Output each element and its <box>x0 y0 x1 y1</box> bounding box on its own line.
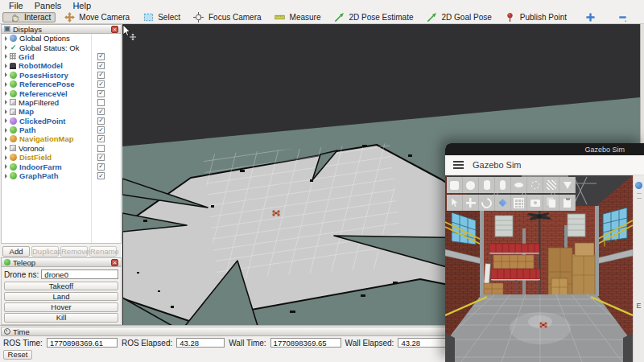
display-checkbox[interactable] <box>97 80 105 88</box>
box-shape-icon[interactable] <box>447 177 463 193</box>
display-checkbox[interactable] <box>97 108 105 115</box>
close-panel-icon[interactable] <box>111 259 118 266</box>
plugin-icon[interactable] <box>635 182 642 189</box>
capsule-shape-icon[interactable] <box>495 177 511 193</box>
point-light-icon[interactable] <box>527 177 543 193</box>
display-checkbox[interactable] <box>97 145 105 152</box>
wall-time-label: Wall Time: <box>229 339 266 348</box>
expand-caret-icon[interactable] <box>5 164 7 169</box>
display-checkbox[interactable] <box>97 53 105 60</box>
goal-pose-tool-button[interactable]: 2D Goal Pose <box>420 12 497 23</box>
expand-caret-icon[interactable] <box>5 45 7 50</box>
expand-caret-icon[interactable] <box>5 100 7 105</box>
display-row-navigationmap[interactable]: NavigationMap <box>2 134 121 143</box>
display-row-referencevel[interactable]: ReferenceVel <box>2 88 121 97</box>
display-row-graphpath[interactable]: GraphPath <box>2 171 121 180</box>
expand-caret-icon[interactable] <box>5 174 7 179</box>
display-row-clickedpoint[interactable]: ClickedPoint <box>2 117 121 125</box>
close-panel-icon[interactable] <box>111 26 118 33</box>
display-checkbox[interactable] <box>97 172 105 179</box>
add-tool-button[interactable] <box>578 12 602 23</box>
land-button[interactable]: Land <box>4 292 118 302</box>
snap-icon[interactable] <box>495 195 511 211</box>
spot-light-icon[interactable] <box>559 177 576 193</box>
menu-panels[interactable]: Panels <box>29 1 68 10</box>
display-row-global-status[interactable]: Global Status: Ok <box>2 43 121 51</box>
ros-time-value[interactable] <box>47 338 118 348</box>
display-checkbox[interactable] <box>97 163 105 171</box>
view-grid-icon[interactable] <box>511 195 527 211</box>
expand-caret-icon[interactable] <box>5 82 7 87</box>
ellipsoid-shape-icon[interactable] <box>511 177 527 193</box>
display-checkbox[interactable] <box>97 126 105 134</box>
move-camera-tool-button[interactable]: Move Camera <box>57 12 134 23</box>
display-checkbox[interactable] <box>97 72 105 79</box>
focus-camera-tool-button[interactable]: Focus Camera <box>187 12 266 23</box>
display-row-mapfiltered[interactable]: MapFiltered <box>2 98 121 107</box>
expand-caret-icon[interactable] <box>5 54 7 59</box>
remove-tool-button[interactable] <box>610 12 634 23</box>
kill-button[interactable]: Kill <box>4 313 118 323</box>
pose-estimate-tool-button[interactable]: 2D Pose Estimate <box>327 12 418 23</box>
display-checkbox[interactable] <box>97 62 105 69</box>
expand-caret-icon[interactable] <box>5 36 7 41</box>
display-row-voronoi[interactable]: Voronoi <box>2 144 121 153</box>
expand-caret-icon[interactable] <box>5 128 7 133</box>
rename-display-button[interactable]: Rename <box>89 246 117 257</box>
gazebo-window-titlebar[interactable]: Gazebo Sim <box>445 143 644 155</box>
expand-caret-icon[interactable] <box>5 91 7 96</box>
rotate-icon[interactable] <box>479 195 495 211</box>
cylinder-shape-icon[interactable] <box>479 177 495 193</box>
publish-point-tool-button[interactable]: Publish Point <box>498 12 572 23</box>
add-display-button[interactable]: Add <box>2 246 30 257</box>
menu-help[interactable]: Help <box>67 1 97 10</box>
measure-tool-button[interactable]: Measure <box>268 12 326 23</box>
gazebo-right-panel-strip[interactable]: E <box>633 175 644 362</box>
expand-caret-icon[interactable] <box>5 64 7 68</box>
wall-elapsed-value[interactable] <box>398 338 446 348</box>
expand-caret-icon[interactable] <box>5 109 7 114</box>
drone-ns-input[interactable] <box>41 269 118 279</box>
hover-button[interactable]: Hover <box>4 302 118 312</box>
display-row-path[interactable]: Path <box>2 125 121 134</box>
display-row-poseshistory[interactable]: PosesHistory <box>2 71 121 80</box>
expand-caret-icon[interactable] <box>5 137 7 142</box>
ros-elapsed-value[interactable] <box>176 338 225 348</box>
copy-icon[interactable] <box>543 195 559 211</box>
display-checkbox[interactable] <box>97 154 105 161</box>
select-tool-button[interactable]: Select <box>136 12 185 23</box>
display-row-referencepose[interactable]: ReferencePose <box>2 80 121 88</box>
menu-file[interactable]: File <box>3 1 29 10</box>
sphere-shape-icon[interactable] <box>463 177 479 193</box>
display-checkbox[interactable] <box>97 117 105 125</box>
display-row-global-options[interactable]: Global Options <box>2 34 121 43</box>
expand-caret-icon[interactable] <box>5 72 7 77</box>
gazebo-header-title: Gazebo Sim <box>473 160 522 170</box>
teleop-panel-header[interactable]: Teleop <box>1 257 122 267</box>
displays-panel-header[interactable]: Displays <box>1 24 122 34</box>
screenshot-camera-icon[interactable] <box>527 195 543 211</box>
display-checkbox[interactable] <box>97 135 105 142</box>
hamburger-menu-icon[interactable] <box>453 161 464 168</box>
translate-icon[interactable] <box>463 195 479 211</box>
remove-display-button[interactable]: Remove <box>60 246 88 257</box>
display-row-grid[interactable]: Grid <box>2 52 121 61</box>
expand-caret-icon[interactable] <box>5 118 7 123</box>
display-row-indoorfarm[interactable]: IndoorFarm <box>2 162 121 171</box>
duplicate-display-button[interactable]: Duplicate <box>31 246 59 257</box>
display-row-distfield[interactable]: DistField <box>2 153 121 162</box>
wall-time-value[interactable] <box>270 338 341 348</box>
expand-caret-icon[interactable] <box>5 155 7 160</box>
interact-tool-button[interactable]: Interact <box>2 12 56 23</box>
directional-light-icon[interactable] <box>543 177 559 193</box>
display-row-robotmodel[interactable]: RobotModel <box>2 61 121 70</box>
select-arrow-icon[interactable] <box>447 195 463 211</box>
display-row-map[interactable]: Map <box>2 107 121 116</box>
expand-caret-icon[interactable] <box>5 146 7 150</box>
paste-icon[interactable] <box>559 195 576 211</box>
takeoff-button[interactable]: Takeoff <box>4 282 118 291</box>
reset-time-button[interactable]: Reset <box>3 350 32 360</box>
gazebo-3d-viewport[interactable] <box>445 175 633 362</box>
display-checkbox[interactable] <box>97 90 105 97</box>
display-checkbox[interactable] <box>97 99 105 106</box>
